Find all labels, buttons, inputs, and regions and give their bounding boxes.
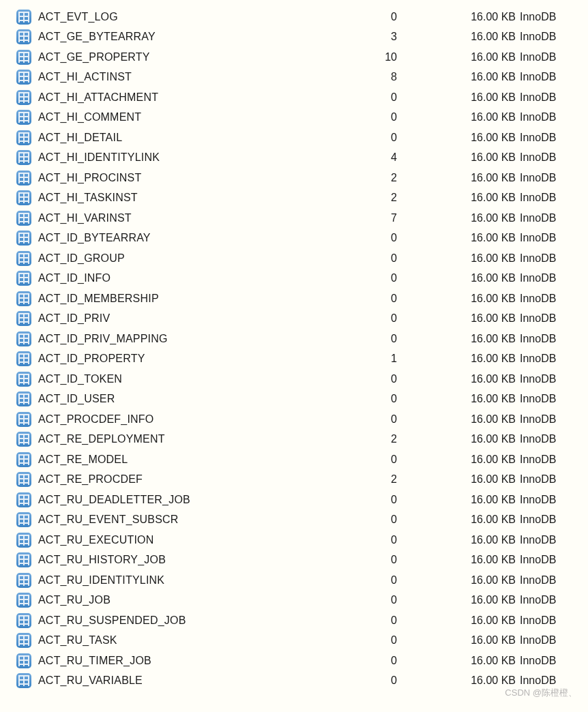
table-engine: InnoDB <box>520 614 574 627</box>
table-size: 16.00 KB <box>404 614 520 627</box>
table-row[interactable]: ACT_RU_EXECUTION016.00 KBInnoDB <box>14 530 574 550</box>
table-row-count: 0 <box>336 11 404 23</box>
table-icon <box>16 50 31 65</box>
table-size: 16.00 KB <box>404 31 520 43</box>
table-row[interactable]: ACT_RE_DEPLOYMENT216.00 KBInnoDB <box>14 430 574 450</box>
table-icon <box>16 512 31 527</box>
table-row[interactable]: ACT_ID_BYTEARRAY016.00 KBInnoDB <box>14 228 574 249</box>
table-row[interactable]: ACT_HI_IDENTITYLINK416.00 KBInnoDB <box>14 148 574 168</box>
table-row[interactable]: ACT_RU_EVENT_SUBSCR016.00 KBInnoDB <box>14 510 574 531</box>
table-icon <box>16 412 31 427</box>
table-engine: InnoDB <box>520 11 574 23</box>
table-row[interactable]: ACT_RE_PROCDEF216.00 KBInnoDB <box>14 470 574 490</box>
table-row[interactable]: ACT_HI_ATTACHMENT016.00 KBInnoDB <box>14 87 574 108</box>
table-row[interactable]: ACT_HI_PROCINST216.00 KBInnoDB <box>14 168 574 188</box>
table-engine: InnoDB <box>520 252 574 265</box>
table-row[interactable]: ACT_ID_INFO016.00 KBInnoDB <box>14 269 574 289</box>
table-engine: InnoDB <box>520 634 574 647</box>
table-row[interactable]: ACT_HI_TASKINST216.00 KBInnoDB <box>14 188 574 209</box>
table-row[interactable]: ACT_RU_HISTORY_JOB016.00 KBInnoDB <box>14 550 574 571</box>
table-row-count: 0 <box>336 132 404 144</box>
table-icon <box>16 231 31 246</box>
table-row[interactable]: ACT_ID_PROPERTY116.00 KBInnoDB <box>14 349 574 370</box>
table-size: 16.00 KB <box>404 655 520 667</box>
table-icon-cell <box>14 90 34 105</box>
table-row[interactable]: ACT_RE_MODEL016.00 KBInnoDB <box>14 449 574 470</box>
table-row-count: 0 <box>336 534 404 546</box>
table-name: ACT_RU_VARIABLE <box>34 674 336 687</box>
table-name: ACT_RU_HISTORY_JOB <box>34 554 336 566</box>
table-size: 16.00 KB <box>404 71 520 83</box>
table-icon <box>16 552 31 567</box>
table-name: ACT_HI_TASKINST <box>34 192 336 204</box>
table-icon <box>16 653 31 668</box>
table-row-count: 0 <box>336 413 404 426</box>
table-icon-cell <box>14 211 34 226</box>
table-engine: InnoDB <box>520 594 574 606</box>
table-icon-cell <box>14 492 34 507</box>
table-row[interactable]: ACT_HI_VARINST716.00 KBInnoDB <box>14 208 574 228</box>
table-row[interactable]: ACT_ID_TOKEN016.00 KBInnoDB <box>14 369 574 389</box>
table-engine: InnoDB <box>520 192 574 204</box>
table-row[interactable]: ACT_RU_JOB016.00 KBInnoDB <box>14 591 574 611</box>
table-size: 16.00 KB <box>404 494 520 506</box>
table-size: 16.00 KB <box>404 132 520 144</box>
table-icon-cell <box>14 653 34 668</box>
table-row[interactable]: ACT_HI_COMMENT016.00 KBInnoDB <box>14 108 574 128</box>
table-name: ACT_ID_INFO <box>34 272 336 284</box>
table-name: ACT_RU_DEADLETTER_JOB <box>34 494 336 506</box>
table-icon <box>16 533 31 548</box>
table-row-count: 10 <box>336 51 404 63</box>
table-row-count: 0 <box>336 674 404 687</box>
table-row-count: 0 <box>336 554 404 566</box>
table-row[interactable]: ACT_RU_TASK016.00 KBInnoDB <box>14 631 574 651</box>
table-row[interactable]: ACT_RU_TIMER_JOB016.00 KBInnoDB <box>14 651 574 671</box>
table-name: ACT_ID_PROPERTY <box>34 353 336 365</box>
table-row[interactable]: ACT_ID_MEMBERSHIP016.00 KBInnoDB <box>14 288 574 309</box>
database-table-list: ACT_EVT_LOG016.00 KBInnoDBACT_GE_BYTEARR… <box>14 7 574 691</box>
table-icon <box>16 613 31 628</box>
table-icon-cell <box>14 472 34 487</box>
table-row[interactable]: ACT_RU_DEADLETTER_JOB016.00 KBInnoDB <box>14 490 574 510</box>
table-row[interactable]: ACT_HI_DETAIL016.00 KBInnoDB <box>14 128 574 148</box>
table-icon-cell <box>14 291 34 306</box>
table-name: ACT_ID_GROUP <box>34 252 336 265</box>
table-engine: InnoDB <box>520 674 574 687</box>
table-name: ACT_RU_JOB <box>34 594 336 606</box>
table-icon <box>16 170 31 186</box>
table-icon <box>16 251 31 266</box>
table-row[interactable]: ACT_EVT_LOG016.00 KBInnoDB <box>14 7 574 27</box>
table-name: ACT_HI_DETAIL <box>34 132 336 144</box>
table-size: 16.00 KB <box>404 252 520 265</box>
table-icon-cell <box>14 170 34 186</box>
table-row[interactable]: ACT_HI_ACTINST816.00 KBInnoDB <box>14 68 574 88</box>
table-icon <box>16 372 31 387</box>
table-engine: InnoDB <box>520 655 574 667</box>
table-row[interactable]: ACT_RU_VARIABLE016.00 KBInnoDB <box>14 671 574 692</box>
table-row-count: 0 <box>336 514 404 526</box>
table-row[interactable]: ACT_RU_SUSPENDED_JOB016.00 KBInnoDB <box>14 610 574 631</box>
table-icon <box>16 70 31 85</box>
table-icon <box>16 351 31 366</box>
table-row[interactable]: ACT_ID_USER016.00 KBInnoDB <box>14 389 574 410</box>
table-size: 16.00 KB <box>404 674 520 687</box>
table-row-count: 0 <box>336 91 404 104</box>
table-size: 16.00 KB <box>404 232 520 244</box>
table-row[interactable]: ACT_RU_IDENTITYLINK016.00 KBInnoDB <box>14 570 574 591</box>
table-name: ACT_ID_PRIV <box>34 312 336 325</box>
table-size: 16.00 KB <box>404 192 520 204</box>
table-engine: InnoDB <box>520 232 574 244</box>
table-row[interactable]: ACT_GE_PROPERTY1016.00 KBInnoDB <box>14 47 574 68</box>
table-icon <box>16 452 31 467</box>
table-row[interactable]: ACT_ID_PRIV016.00 KBInnoDB <box>14 309 574 329</box>
table-row-count: 8 <box>336 71 404 83</box>
table-row[interactable]: ACT_ID_GROUP016.00 KBInnoDB <box>14 248 574 269</box>
table-row[interactable]: ACT_PROCDEF_INFO016.00 KBInnoDB <box>14 409 574 430</box>
table-row[interactable]: ACT_GE_BYTEARRAY316.00 KBInnoDB <box>14 27 574 48</box>
table-icon-cell <box>14 70 34 85</box>
table-icon-cell <box>14 311 34 326</box>
table-engine: InnoDB <box>520 132 574 144</box>
table-icon-cell <box>14 412 34 427</box>
table-engine: InnoDB <box>520 353 574 365</box>
table-row[interactable]: ACT_ID_PRIV_MAPPING016.00 KBInnoDB <box>14 329 574 349</box>
